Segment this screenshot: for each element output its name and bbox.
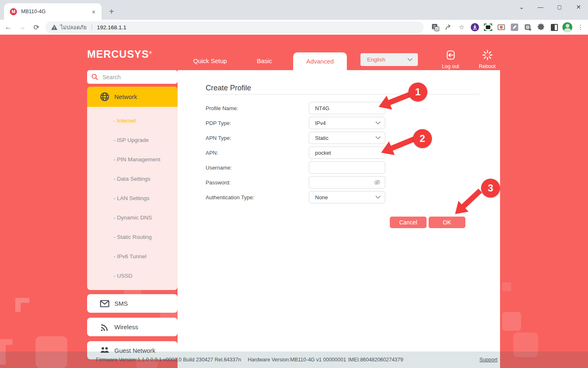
apn-type-value: Static [315, 135, 375, 141]
chevron-down-icon [407, 58, 413, 61]
apn-field[interactable] [309, 146, 385, 159]
cancel-button[interactable]: Cancel [390, 217, 427, 228]
eye-slash-icon[interactable] [374, 179, 381, 185]
sidebar-item-wireless[interactable]: Wireless [87, 318, 178, 336]
capture-extension-icon[interactable] [523, 22, 533, 32]
screenshot-extension-icon[interactable] [483, 22, 493, 32]
password-field[interactable] [309, 176, 385, 189]
tab-search-icon[interactable]: ⌄ [512, 0, 531, 14]
step-1-badge: 1 [408, 83, 427, 101]
bookmark-star-icon[interactable]: ☆ [457, 22, 467, 32]
language-select[interactable]: English [360, 53, 418, 66]
puzzle-extensions-icon[interactable] [536, 22, 546, 32]
forward-button[interactable]: → [17, 21, 28, 33]
step-2-badge: 2 [413, 129, 432, 148]
new-tab-button[interactable]: + [106, 6, 117, 17]
lightshot-extension-icon[interactable] [496, 22, 506, 32]
site-favicon: M [10, 8, 17, 15]
reload-button[interactable]: ⟳ [31, 21, 42, 33]
not-secure-warning-icon[interactable] [51, 24, 57, 30]
tab-close-icon[interactable]: × [90, 8, 97, 15]
password-input[interactable] [315, 179, 374, 186]
sidebar-subitem-dynamic-dns[interactable]: - Dynamic DNS [114, 208, 152, 227]
footer-bar: Firmware Version:1.1.0 0.9.1 v0001.0 Bui… [0, 351, 588, 368]
page-title: Create Profile [206, 84, 251, 92]
ok-button[interactable]: OK [429, 217, 465, 228]
edit-extension-icon[interactable] [510, 22, 519, 32]
nav-basic[interactable]: Basic [257, 57, 272, 64]
nav-advanced-active[interactable]: Advanced [293, 52, 347, 70]
logo-registered-mark: ® [149, 51, 152, 55]
reboot-label: Reboot [473, 64, 502, 69]
pdp-type-label: PDP Type: [206, 117, 231, 129]
apn-type-label: APN Type: [206, 132, 231, 144]
back-button[interactable]: ← [2, 21, 14, 33]
translate-icon[interactable]: 文A [430, 22, 440, 32]
logout-icon [445, 50, 456, 61]
search-icon [91, 73, 98, 80]
apn-label: APN: [206, 146, 218, 159]
reboot-button[interactable]: Reboot [473, 50, 502, 69]
reading-mode-icon[interactable] [549, 22, 559, 32]
omnibox-divider [92, 24, 92, 31]
sidebar-subitem-ussd[interactable]: - USSD [114, 266, 133, 285]
title-divider [206, 94, 479, 94]
toolbar-right-icons: 文A ☆ ⋮ [430, 20, 586, 35]
sidebar-subitem-lan-settings[interactable]: - LAN Settings [114, 189, 149, 208]
sidebar-item-network[interactable]: Network [87, 87, 178, 107]
imei-value: IMEI:860482060274379 [348, 351, 403, 368]
logout-button[interactable]: Log out [436, 50, 465, 69]
sidebar-subitem-isp-upgrade[interactable]: - ISP Upgrade [114, 130, 149, 150]
auth-type-label: Authentication Type: [206, 191, 254, 203]
sidebar-item-sms[interactable]: SMS [87, 294, 178, 313]
share-icon[interactable] [443, 22, 453, 32]
sidebar-item-label: SMS [114, 300, 128, 307]
sidebar-subitem-ipv6-tunnel[interactable]: - IPv6 Tunnel [114, 247, 147, 266]
apn-input[interactable] [315, 150, 381, 156]
profile-name-field[interactable] [309, 102, 385, 114]
not-secure-label: ไม่ปลอดภัย [60, 23, 87, 32]
kebab-menu-icon[interactable]: ⋮ [576, 22, 586, 32]
sidebar-item-label: Network [114, 93, 137, 100]
wifi-icon [100, 323, 109, 332]
search-input[interactable] [102, 74, 168, 80]
logout-label: Log out [436, 64, 465, 69]
browser-tab[interactable]: M MB110-4G × [4, 3, 102, 20]
address-bar[interactable]: ไม่ปลอดภัย 192.168.1.1 [45, 21, 424, 33]
username-field[interactable] [309, 161, 385, 174]
minimize-button[interactable]: — [531, 0, 550, 14]
tab-strip: M MB110-4G × + ⌄ — ▢ ✕ [0, 0, 588, 20]
envelope-icon [100, 300, 109, 307]
nav-quick-setup[interactable]: Quick Setup [193, 57, 227, 64]
pdp-type-select[interactable]: IPv4 [309, 117, 385, 129]
sidebar-item-label: Wireless [114, 323, 138, 330]
url-text[interactable]: 192.168.1.1 [97, 24, 126, 31]
auth-type-select[interactable]: None [309, 191, 385, 203]
sidebar-subitem-data-settings[interactable]: - Data Settings [114, 169, 150, 189]
sidebar-subitem-internet[interactable]: - Internet [114, 111, 136, 130]
svg-text:A: A [436, 27, 438, 31]
apn-type-select[interactable]: Static [309, 132, 385, 144]
password-label: Password: [206, 176, 231, 189]
username-label: Username: [206, 161, 232, 174]
profile-avatar[interactable] [562, 22, 572, 32]
reboot-icon [482, 50, 493, 61]
firmware-version: Firmware Version:1.1.0 0.9.1 v0001.0 Bui… [96, 351, 241, 368]
sidebar-subitem-pin-management[interactable]: - PIN Management [114, 150, 160, 169]
chevron-down-icon [375, 136, 381, 139]
sidebar-subitem-static-routing[interactable]: - Static Routing [114, 227, 152, 247]
tab-title: MB110-4G [21, 9, 90, 14]
sidebar-search[interactable] [87, 70, 178, 84]
network-submenu: - Internet - ISP Upgrade - PIN Managemen… [87, 107, 178, 290]
chevron-down-icon [375, 196, 381, 199]
window-close-button[interactable]: ✕ [569, 0, 588, 14]
download-extension-icon[interactable] [470, 22, 480, 32]
step-3-badge: 3 [481, 179, 500, 198]
browser-window: M MB110-4G × + ⌄ — ▢ ✕ ← → ⟳ ไม่ปลอดภัย … [0, 0, 588, 368]
maximize-button[interactable]: ▢ [550, 0, 569, 14]
username-input[interactable] [315, 165, 381, 171]
support-link[interactable]: Support [479, 351, 498, 368]
profile-name-input[interactable] [315, 105, 381, 111]
mercusys-logo: MERCUSYS® [87, 48, 152, 60]
globe-icon [100, 92, 109, 101]
